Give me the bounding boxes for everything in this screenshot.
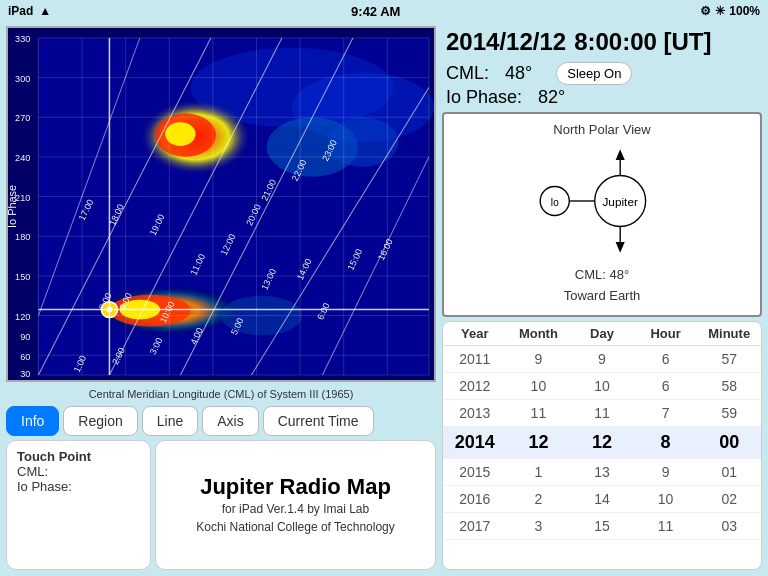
picker-row[interactable]: 2015113901	[443, 459, 761, 486]
svg-marker-95	[616, 149, 625, 160]
picker-row[interactable]: 20131111759	[443, 400, 761, 427]
picker-cell: 8	[634, 427, 698, 458]
main-content: 10:00 9:00 8:00 11:00 12:00 19:00 18:00 …	[0, 22, 768, 576]
picker-cell: 02	[697, 486, 761, 512]
heatmap-svg: 10:00 9:00 8:00 11:00 12:00 19:00 18:00 …	[8, 28, 434, 380]
picker-cell: 2	[507, 486, 571, 512]
datetime-row: 2014/12/12 8:00:00 [UT]	[442, 26, 762, 58]
buttons-row: Info Region Line Axis Current Time	[6, 406, 436, 436]
io-phase-value: 82°	[538, 87, 565, 108]
picker-header-day: Day	[570, 322, 634, 345]
picker-cell: 11	[507, 400, 571, 426]
right-panel: 2014/12/12 8:00:00 [UT] CML: 48° Sleep O…	[442, 26, 762, 570]
svg-text:Io: Io	[551, 197, 560, 208]
picker-cell: 2011	[443, 346, 507, 372]
picker-cell: 03	[697, 513, 761, 539]
picker-row[interactable]: 20141212800	[443, 427, 761, 459]
line-button[interactable]: Line	[142, 406, 198, 436]
bluetooth-icon: ✳	[715, 4, 725, 18]
svg-text:Io Phase: Io Phase	[8, 185, 18, 228]
polar-cml: CML: 48° Toward Earth	[564, 265, 641, 307]
status-time: 9:42 AM	[351, 4, 400, 19]
svg-text:120: 120	[15, 312, 30, 322]
svg-text:60: 60	[59, 379, 69, 380]
info-panel: Touch Point CML: Io Phase:	[6, 440, 151, 570]
picker-cell: 6	[634, 373, 698, 399]
bottom-area: Touch Point CML: Io Phase: Jupiter Radio…	[6, 440, 436, 570]
cml-label: CML:	[17, 464, 140, 479]
svg-text:270: 270	[15, 113, 30, 123]
picker-cell: 6	[634, 346, 698, 372]
picker-cell: 13	[570, 459, 634, 485]
svg-text:300: 300	[336, 379, 351, 380]
svg-text:Jupiter: Jupiter	[602, 195, 637, 209]
cml-io-info: CML: 48° Sleep On Io Phase: 82°	[442, 62, 762, 108]
picker-cell: 01	[697, 459, 761, 485]
svg-text:210: 210	[205, 379, 220, 380]
picker-row[interactable]: 20121010658	[443, 373, 761, 400]
axis-button[interactable]: Axis	[202, 406, 258, 436]
picker-row[interactable]: 201199657	[443, 346, 761, 373]
svg-text:30: 30	[20, 369, 30, 379]
date-picker[interactable]: Year Month Day Hour Minute 2011996572012…	[442, 321, 762, 570]
picker-cell: 9	[507, 346, 571, 372]
cml-value: 48°	[505, 63, 532, 84]
picker-cell: 10	[634, 486, 698, 512]
current-time-button[interactable]: Current Time	[263, 406, 374, 436]
picker-header-month: Month	[507, 322, 571, 345]
picker-cell: 11	[570, 400, 634, 426]
picker-cell: 11	[634, 513, 698, 539]
map-container[interactable]: 10:00 9:00 8:00 11:00 12:00 19:00 18:00 …	[6, 26, 436, 382]
svg-text:60: 60	[20, 352, 30, 362]
polar-view: North Polar View Jupiter Io CML: 48°	[442, 112, 762, 317]
sleep-button[interactable]: Sleep On	[556, 62, 632, 85]
picker-header-year: Year	[443, 322, 507, 345]
picker-cell: 1	[507, 459, 571, 485]
region-button[interactable]: Region	[63, 406, 137, 436]
picker-cell: 14	[570, 486, 634, 512]
time-display: 8:00:00 [UT]	[574, 28, 711, 56]
picker-cell: 2015	[443, 459, 507, 485]
svg-marker-97	[616, 242, 625, 253]
info-button[interactable]: Info	[6, 406, 59, 436]
status-bar: iPad ▲ 9:42 AM ⚙ ✳ 100%	[0, 0, 768, 22]
picker-row[interactable]: 20162141002	[443, 486, 761, 513]
io-phase-label: Io Phase:	[446, 87, 522, 108]
svg-text:90: 90	[84, 379, 94, 380]
picker-cell: 12	[570, 427, 634, 458]
picker-cell: 2013	[443, 400, 507, 426]
picker-cell: 15	[570, 513, 634, 539]
svg-text:120: 120	[107, 379, 122, 380]
touch-point-label: Touch Point	[17, 449, 140, 464]
svg-point-9	[328, 117, 399, 167]
wifi-icon: ▲	[39, 4, 51, 18]
svg-text:180: 180	[15, 232, 30, 242]
date-display: 2014/12/12	[446, 28, 566, 56]
picker-cell: 00	[697, 427, 761, 458]
picker-rows: 2011996572012101065820131111759201412128…	[443, 346, 761, 565]
svg-text:150: 150	[15, 272, 30, 282]
picker-header-hour: Hour	[634, 322, 698, 345]
svg-text:270: 270	[293, 379, 308, 380]
svg-text:30: 30	[33, 379, 43, 380]
svg-point-7	[165, 122, 195, 146]
main-title: Jupiter Radio Map	[200, 474, 391, 500]
svg-text:300: 300	[15, 74, 30, 84]
picker-cell: 7	[634, 400, 698, 426]
svg-text:240: 240	[15, 153, 30, 163]
picker-header: Year Month Day Hour Minute	[443, 322, 761, 346]
svg-text:90: 90	[20, 332, 30, 342]
x-axis-label: Central Meridian Longitude (CML) of Syst…	[6, 386, 436, 402]
polar-diagram: Jupiter Io	[502, 141, 702, 261]
carrier-label: iPad	[8, 4, 33, 18]
svg-text:330: 330	[380, 379, 395, 380]
title-panel: Jupiter Radio Map for iPad Ver.1.4 by Im…	[155, 440, 436, 570]
cml-row: CML: 48° Sleep On	[446, 62, 758, 85]
io-phase-row: Io Phase: 82°	[446, 87, 758, 108]
picker-row[interactable]: 20173151103	[443, 513, 761, 540]
svg-text:1:00: 1:00	[131, 379, 149, 380]
battery-label: 100%	[729, 4, 760, 18]
subtitle-line1: for iPad Ver.1.4 by Imai Lab	[222, 500, 369, 518]
picker-cell: 2017	[443, 513, 507, 539]
status-right: ⚙ ✳ 100%	[700, 4, 760, 18]
